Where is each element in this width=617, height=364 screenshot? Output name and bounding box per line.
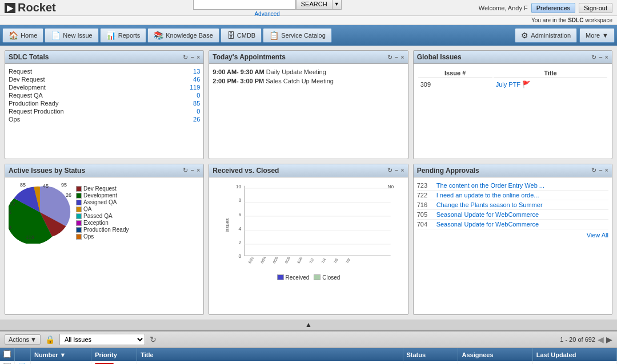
issues-filter-select[interactable]: All Issues [59,334,145,345]
global-issues-controls: ↻ − × [591,54,608,61]
sdlc-label-request-production: Request Production [9,108,64,115]
search-row: SEARCH ▼ [193,0,342,10]
search-dropdown-button[interactable]: ▼ [332,0,342,10]
appointments-header: Today's Appointments ↻ − × [209,51,407,64]
nav-reports-label: Reports [118,32,141,39]
pending-close-icon[interactable]: × [605,167,608,174]
chart-close-icon[interactable]: × [400,167,404,174]
col-title[interactable]: Title [137,348,403,361]
appointments-widget: Today's Appointments ↻ − × 9:00 AM- 9:30… [209,50,408,159]
svg-text:7/8: 7/8 [345,257,351,264]
pending-minimize-icon[interactable]: − [599,167,602,174]
advanced-link[interactable]: Advanced [254,11,279,17]
workspace-bar: You are in the SDLC workspace [0,16,617,25]
sdlc-close-icon[interactable]: × [197,54,200,61]
panel-collapse-button[interactable]: ▲ [0,319,617,330]
approval-num-704: 704 [417,221,433,228]
active-refresh-icon[interactable]: ↻ [183,167,188,174]
refresh-issues-icon[interactable]: ↻ [150,335,157,344]
sdlc-row-development: Development 119 [9,83,200,91]
row-number-725[interactable]: 725 [31,361,91,364]
approval-text-722[interactable]: I need an update to the online orde... [436,192,539,199]
issues-table: Number ▼ Priority Title Status Assignees… [0,348,617,364]
nav-left: 🏠 Home 📄 New Issue 📊 Reports 📚 Knowledge… [2,28,332,43]
nav-cmdb[interactable]: 🗄 CMDB [221,28,262,43]
approval-text-704[interactable]: Seasonal Update for WebCommerce [436,221,539,228]
nav-home[interactable]: 🏠 Home [2,28,43,43]
col-number[interactable]: Number ▼ [31,348,91,361]
pending-refresh-icon[interactable]: ↻ [591,167,596,174]
global-minimize-icon[interactable]: − [599,54,602,61]
legend-color-ops [76,234,82,240]
signout-button[interactable]: Sign-out [579,3,612,13]
approval-num-723: 723 [417,182,433,189]
nav-administration[interactable]: ⚙ Administration [515,28,577,43]
issues-table-header-row: Number ▼ Priority Title Status Assignees… [0,348,617,361]
pending-approvals-body: 723 The content on the Order Entry Web .… [414,177,612,242]
view-all-approvals[interactable]: View All [417,232,608,238]
svg-text:6/22: 6/22 [247,256,255,264]
legend-label-development: Development [83,192,117,199]
pie-label-85: 85 [20,182,26,188]
nav-reports[interactable]: 📊 Reports [100,28,147,43]
global-close-icon[interactable]: × [605,54,608,61]
welcome-text: Welcome, Andy F [479,5,528,11]
approval-text-723[interactable]: The content on the Order Entry Web ... [436,182,544,189]
nav-service-catalog[interactable]: 📋 Service Catalog [263,28,332,43]
row-assignees-725: Jon Developer [458,361,532,364]
row-checkbox-725[interactable] [0,361,15,364]
actions-extra-icon[interactable]: 🔒 [45,335,55,344]
preferences-button[interactable]: Preferences [531,3,575,13]
search-input[interactable] [193,0,296,10]
next-page-button[interactable]: ▶ [606,335,612,344]
user-area: Welcome, Andy F Preferences Sign-out [479,3,612,13]
service-catalog-icon: 📋 [269,31,279,40]
appt-refresh-icon[interactable]: ↻ [387,54,392,61]
sdlc-label-development: Development [9,84,46,91]
active-close-icon[interactable]: × [197,167,200,174]
admin-icon: ⚙ [521,31,528,40]
nav-new-issue[interactable]: 📄 New Issue [45,28,98,43]
appt-close-icon[interactable]: × [400,54,404,61]
pie-chart-area: 45 26 119 3 6 12 85 95 [9,181,71,245]
pending-approvals-widget: Pending Approvals ↻ − × 723 The content … [413,164,612,316]
approval-text-716[interactable]: Change the Plants season to Summer [436,201,543,208]
search-button[interactable]: SEARCH [296,0,332,10]
active-minimize-icon[interactable]: − [190,167,194,174]
legend-label-qa: QA [83,206,91,212]
active-issues-widget: Active Issues by Status ↻ − × [5,164,204,316]
global-issue-row-309: 309 July PTF 🚩 [418,79,607,90]
col-status[interactable]: Status [403,348,458,361]
actions-dropdown-icon: ▼ [30,336,37,343]
sdlc-totals-title: SDLC Totals [9,53,49,61]
sdlc-refresh-icon[interactable]: ↻ [183,54,188,61]
col-priority[interactable]: Priority [91,348,137,361]
prev-page-button[interactable]: ◀ [598,335,604,344]
chart-minimize-icon[interactable]: − [395,167,398,174]
bottom-toolbar: Actions ▼ 🔒 All Issues ↻ 1 - 20 of 692 ◀… [0,331,617,348]
svg-text:10: 10 [236,183,242,189]
col-assignees[interactable]: Assignees [458,348,532,361]
legend-closed: Closed [314,274,340,281]
logo-area: ▶ Rocket [5,1,56,14]
nav-more[interactable]: More ▼ [579,28,615,43]
sdlc-minimize-icon[interactable]: − [190,54,194,61]
svg-text:6/30: 6/30 [297,256,304,264]
chart-body: 10 8 6 4 2 0 Issues 6/22 6/24 6/26 6/28 [209,177,407,283]
appt-minimize-icon[interactable]: − [395,54,398,61]
chart-controls: ↻ − × [387,167,404,174]
global-refresh-icon[interactable]: ↻ [591,54,596,61]
approval-text-705[interactable]: Seasonal Update for WebCommerce [436,211,539,218]
chart-refresh-icon[interactable]: ↻ [387,167,392,174]
logo-text: Rocket [18,1,56,14]
rocket-logo-icon: ▶ [5,3,15,13]
legend-label-ops: Ops [83,233,94,240]
issue-link-309[interactable]: July PTF [496,81,520,88]
sdlc-label-request: Request [9,68,32,75]
col-last-updated[interactable]: Last Updated [532,348,616,361]
appt-title-2: Sales Catch Up Meeting [266,78,334,84]
col-icon [15,348,31,361]
actions-button[interactable]: Actions ▼ [5,334,41,345]
nav-knowledge-base[interactable]: 📚 Knowledge Base [147,28,219,43]
select-all-checkbox[interactable] [3,350,11,358]
